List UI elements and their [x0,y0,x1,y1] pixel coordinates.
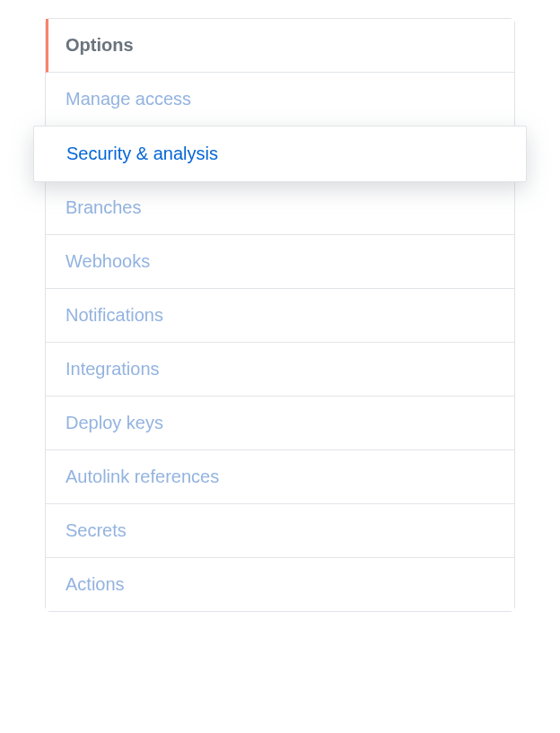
sidebar-item-notifications[interactable]: Notifications [46,289,514,343]
sidebar-item-label: Secrets [66,520,127,540]
sidebar-item-webhooks[interactable]: Webhooks [46,235,514,289]
sidebar-item-integrations[interactable]: Integrations [46,343,514,397]
sidebar-item-label: Webhooks [66,251,150,271]
sidebar-item-label: Integrations [66,359,160,379]
sidebar-item-deploy-keys[interactable]: Deploy keys [46,397,514,450]
sidebar-header-options[interactable]: Options [46,19,514,73]
sidebar-item-security-analysis[interactable]: Security & analysis [33,126,527,182]
sidebar-item-label: Branches [66,197,142,217]
sidebar-item-label: Autolink references [66,467,219,486]
sidebar-item-label: Manage access [66,89,191,109]
sidebar-header-label: Options [66,35,134,55]
sidebar-item-label: Security & analysis [66,144,218,163]
sidebar-item-label: Actions [66,574,125,594]
sidebar-item-autolink-references[interactable]: Autolink references [46,450,514,504]
sidebar-item-label: Deploy keys [66,413,163,432]
sidebar-item-manage-access[interactable]: Manage access [46,73,514,127]
sidebar-item-label: Notifications [66,305,163,325]
sidebar-item-branches[interactable]: Branches [46,181,514,235]
sidebar-item-actions[interactable]: Actions [46,558,514,611]
settings-sidebar: Options Manage access Security & analysi… [45,18,515,612]
sidebar-item-secrets[interactable]: Secrets [46,504,514,558]
